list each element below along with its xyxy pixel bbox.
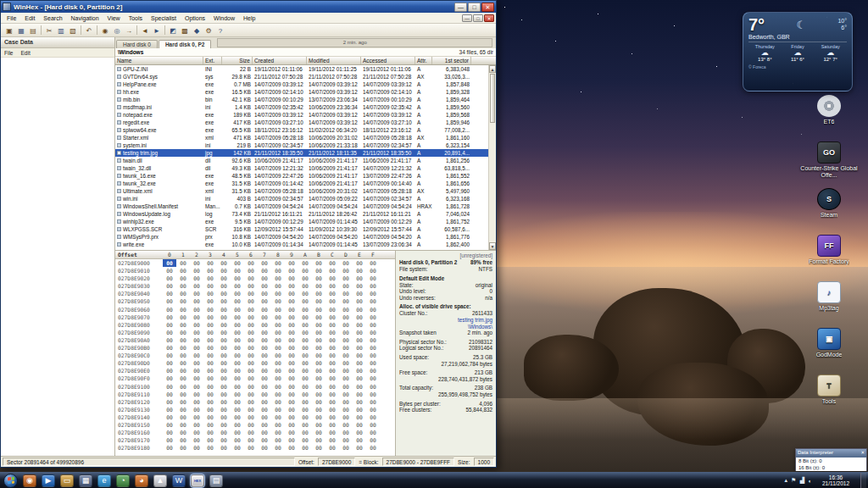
print-icon[interactable]: ▤ [27, 25, 39, 36]
menu-search[interactable]: Search [39, 15, 66, 21]
hex-byte[interactable]: 00 [203, 367, 217, 374]
hex-byte[interactable]: 00 [244, 436, 258, 444]
table-row[interactable]: hh.exeexe16.5 KB14/07/2009 02:14:1014/07… [115, 88, 488, 96]
hex-byte[interactable]: 00 [217, 383, 231, 391]
hex-byte[interactable]: 00 [217, 329, 231, 336]
hex-byte[interactable]: 00 [258, 267, 271, 274]
hex-byte[interactable]: 00 [326, 413, 339, 421]
hex-byte[interactable]: 00 [231, 383, 244, 391]
hex-byte[interactable]: 00 [217, 267, 231, 274]
hex-row[interactable]: 027D8E9040000000000000000000000000000000… [115, 290, 395, 297]
hex-byte[interactable]: 00 [176, 267, 190, 274]
hex-byte[interactable]: 00 [326, 290, 339, 297]
hex-byte[interactable]: 00 [271, 413, 285, 421]
hex-byte[interactable]: 00 [285, 282, 298, 290]
hex-rows[interactable]: 027D8E9000000000000000000000000000000000… [115, 259, 395, 456]
hex-byte[interactable]: 00 [312, 290, 326, 297]
hex-row[interactable]: 027D8E9110000000000000000000000000000000… [115, 391, 395, 398]
hex-row[interactable]: 027D8E9120000000000000000000000000000000… [115, 398, 395, 406]
hex-byte[interactable]: 00 [339, 290, 353, 297]
hex-byte[interactable]: 00 [298, 398, 312, 406]
hex-byte[interactable]: 00 [190, 297, 203, 305]
hex-byte[interactable]: 00 [271, 429, 285, 436]
hex-byte[interactable]: 00 [312, 421, 326, 429]
hex-byte[interactable]: 00 [353, 321, 366, 329]
hex-byte[interactable]: 00 [312, 267, 326, 274]
hex-byte[interactable]: 00 [366, 336, 380, 344]
column-header-name[interactable]: Name [115, 57, 203, 64]
hex-byte[interactable]: 00 [190, 359, 203, 367]
hex-byte[interactable]: 00 [176, 290, 190, 297]
hex-byte[interactable]: 00 [285, 321, 298, 329]
hex-byte[interactable]: 00 [163, 344, 176, 352]
hex-byte[interactable]: 00 [163, 352, 176, 359]
hex-byte[interactable]: 00 [326, 444, 339, 452]
data-interpreter-window[interactable]: Data Interpreter ✕ 8 Bit (±): 016 Bit (±… [795, 448, 867, 471]
hex-byte[interactable]: 00 [353, 313, 366, 321]
hex-byte[interactable]: 00 [339, 297, 353, 305]
hex-byte[interactable]: 00 [298, 344, 312, 352]
hex-byte[interactable]: 00 [312, 367, 326, 374]
hex-byte[interactable]: 00 [258, 413, 271, 421]
hex-byte[interactable]: 00 [353, 274, 366, 282]
hex-byte[interactable]: 00 [190, 352, 203, 359]
hex-row[interactable]: 027D8E9160000000000000000000000000000000… [115, 429, 395, 436]
hex-byte[interactable]: 00 [339, 306, 353, 313]
hex-byte[interactable]: 00 [258, 321, 271, 329]
tray-show-hidden-icons-button[interactable]: ▴ [785, 477, 788, 484]
hex-byte[interactable]: 00 [298, 421, 312, 429]
data-interpreter-icon[interactable]: ◩ [167, 25, 179, 36]
menu-edit[interactable]: Edit [20, 15, 39, 21]
hex-byte[interactable]: 00 [258, 436, 271, 444]
hex-row[interactable]: 027D8E9140000000000000000000000000000000… [115, 413, 395, 421]
hex-byte[interactable]: 00 [258, 391, 271, 398]
hex-byte[interactable]: 00 [298, 367, 312, 374]
hex-byte[interactable]: 00 [326, 259, 339, 267]
taskbar-explorer-icon[interactable]: ▭ [60, 474, 74, 487]
hex-byte[interactable]: 00 [366, 398, 380, 406]
hex-byte[interactable]: 00 [244, 336, 258, 344]
hex-byte[interactable]: 00 [271, 329, 285, 336]
hex-byte[interactable]: 00 [312, 444, 326, 452]
hex-byte[interactable]: 00 [244, 398, 258, 406]
hex-byte[interactable]: 00 [231, 313, 244, 321]
hex-byte[interactable]: 00 [203, 321, 217, 329]
hex-byte[interactable]: 00 [339, 321, 353, 329]
hex-byte[interactable]: 00 [312, 297, 326, 305]
hex-byte[interactable]: 00 [190, 413, 203, 421]
taskbar-vlc-icon[interactable]: ▲ [153, 474, 167, 487]
hex-byte[interactable]: 00 [339, 383, 353, 391]
menu-options[interactable]: Options [181, 15, 209, 21]
hex-byte[interactable]: 00 [353, 383, 366, 391]
hex-byte[interactable]: 00 [312, 374, 326, 382]
hex-byte[interactable]: 00 [298, 391, 312, 398]
hex-cursor-byte[interactable]: 00 [163, 259, 176, 267]
copy-icon[interactable]: ▥ [55, 25, 67, 36]
hex-byte[interactable]: 00 [258, 282, 271, 290]
hex-byte[interactable]: 00 [231, 398, 244, 406]
table-row[interactable]: twain_32.dlldll49.3 KB14/07/2009 12:21:3… [115, 164, 488, 172]
hex-byte[interactable]: 00 [312, 429, 326, 436]
hex-byte[interactable]: 00 [244, 267, 258, 274]
hex-byte[interactable]: 00 [326, 374, 339, 382]
hex-byte[interactable]: 00 [298, 313, 312, 321]
desktop-icon-tools[interactable]: TTools [795, 374, 863, 421]
hex-byte[interactable]: 00 [203, 436, 217, 444]
table-row[interactable]: twain.dlldll92.6 KB10/06/2009 21:41:1710… [115, 157, 488, 164]
hex-byte[interactable]: 00 [244, 391, 258, 398]
hex-byte[interactable]: 00 [190, 321, 203, 329]
hex-byte[interactable]: 00 [271, 421, 285, 429]
hex-byte[interactable]: 00 [203, 344, 217, 352]
hex-byte[interactable]: 00 [231, 259, 244, 267]
hex-byte[interactable]: 00 [366, 313, 380, 321]
table-row[interactable]: twunk_32.exeexe31.5 KB14/07/2009 01:14:4… [115, 180, 488, 187]
hex-row[interactable]: 027D8E9090000000000000000000000000000000… [115, 329, 395, 336]
case-menu-file[interactable]: File [4, 50, 13, 56]
hex-byte[interactable]: 00 [203, 359, 217, 367]
mdi-minimize-button[interactable]: — [462, 14, 472, 22]
hex-byte[interactable]: 00 [203, 429, 217, 436]
hex-byte[interactable]: 00 [298, 413, 312, 421]
hex-byte[interactable]: 00 [271, 374, 285, 382]
hex-byte[interactable]: 00 [339, 359, 353, 367]
hex-byte[interactable]: 00 [190, 259, 203, 267]
